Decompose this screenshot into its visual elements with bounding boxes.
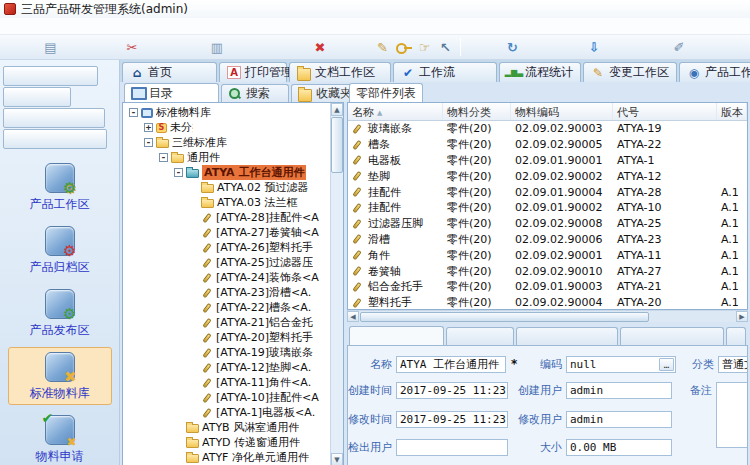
key-icon[interactable] [393,37,414,57]
scroll-right-icon[interactable]: ▶ [736,311,748,322]
main-tab[interactable]: 打印管理 [219,62,287,82]
tree-node[interactable]: [ATYA-23]滑槽<A. [125,285,329,300]
checkout-field[interactable] [396,439,508,456]
tree-node[interactable]: [ATYA-12]垫脚<A. [125,360,329,375]
tree-vertical-scrollbar[interactable]: ▲ ▼ [330,103,343,465]
table-row[interactable]: 角件 零件(20) 02.09.02.90001 ATYA-11 A.1 [348,247,747,263]
sidebar-item[interactable]: 产品归档区 [26,221,94,279]
tree-node[interactable]: ATYA.03 法兰框 [125,195,329,210]
detail-tab[interactable] [620,327,724,345]
main-tab[interactable]: 流程统计 [499,62,581,82]
delete-icon[interactable] [268,37,372,57]
size-field[interactable]: 0.00 MB [566,439,672,456]
sidebar-section-button[interactable] [3,108,105,128]
tree-tab[interactable]: 目录 [124,83,219,102]
table-row[interactable]: 槽条 零件(20) 02.09.02.90005 ATYA-22 A.1 [348,137,416,153]
tree-node[interactable]: [ATYA-19]玻璃嵌条 [125,345,329,360]
paste-icon[interactable] [166,37,268,57]
table-row[interactable]: 铝合金托手 零件(20) 02.09.01.90003 ATYA-21 A.1 [348,279,747,295]
tree-node[interactable]: - 标准物料库 [125,105,220,120]
sidebar-item[interactable]: 标准物料库 [8,347,112,405]
point-icon[interactable] [414,37,435,57]
scroll-up-icon[interactable]: ▲ [331,103,343,116]
editpage-icon[interactable] [628,37,730,57]
expand-toggle-icon[interactable]: - [144,138,153,147]
tree-node[interactable]: ATYB 风淋室通用件 [125,420,329,435]
tree-node[interactable]: [ATYA-28]挂配件<A [125,210,329,225]
detail-tab[interactable] [516,327,618,345]
tree-node[interactable]: - 通用件 [125,150,229,165]
detail-tab[interactable] [446,327,514,345]
sync-icon[interactable] [465,37,560,57]
code-field[interactable]: null … [566,356,676,373]
tree-node[interactable]: ATYD 传递窗通用件 [125,435,329,450]
tree-node[interactable]: [ATYA-21]铝合金托 [125,315,329,330]
sidebar-section-button[interactable] [3,129,107,149]
tree-node[interactable]: [ATYA-26]塑料托手 [125,240,329,255]
table-row[interactable]: 滑槽 零件(20) 02.09.02.90006 ATYA-23 A.1 [348,232,747,248]
tree-node[interactable]: [ATYA-22]槽条<A. [125,300,329,315]
tree-node[interactable]: [ATYA-20]塑料托手 [125,330,329,345]
expand-toggle-icon[interactable]: - [174,168,183,177]
column-header[interactable]: 物料分类 [443,103,511,120]
table-row[interactable]: 垫脚 零件(20) 02.09.02.90002 ATYA-12 A.1 [348,168,452,184]
scroll-left-icon[interactable]: ◀ [347,311,359,322]
expand-toggle-icon[interactable]: - [159,153,168,162]
tree-node[interactable]: - ATYA 工作台通用件 [125,165,329,180]
select-icon[interactable] [435,37,456,57]
main-tab[interactable]: 产品工作区 [679,62,750,82]
tree-node[interactable]: ATYF 净化单元通用件 [125,450,329,465]
tree-node[interactable]: [ATYA-25]过滤器压 [125,255,329,270]
expand-toggle-icon[interactable]: + [144,123,153,132]
parts-list-tab[interactable]: 零部件列表 [349,83,423,102]
tree-node[interactable]: ATYA.02 预过滤器 [125,180,329,195]
sidebar-item[interactable]: 物料申请 [28,410,92,465]
column-header[interactable]: 名称 ▲ [348,103,443,120]
main-tab[interactable]: 文档工作区 [289,62,391,82]
checkin-icon[interactable] [560,37,628,57]
main-tab[interactable]: 首页 [122,62,217,82]
scrollbar-thumb[interactable] [331,117,343,173]
sidebar-section-button[interactable] [3,87,71,107]
copypage-icon[interactable] [730,37,750,57]
scroll-down-icon[interactable]: ▼ [331,453,343,465]
class-field[interactable]: 普通文件 [718,356,748,373]
sidebar-section-button[interactable] [3,66,98,86]
tree-node[interactable]: [ATYA-27]卷簧轴<A [125,225,329,240]
copy-icon[interactable] [3,37,98,57]
remark-field[interactable] [716,382,748,448]
table-row[interactable]: 塑料托手 零件(20) 02.09.02.90004 ATYA-20 A.1 [348,295,747,311]
detail-tab[interactable] [349,326,444,345]
scrollbar-thumb[interactable] [360,312,649,322]
table-horizontal-scrollbar[interactable]: ◀ ▶ [347,310,748,322]
tree-node[interactable]: + 未分类物料 [125,120,193,135]
sidebar-item[interactable]: 产品发布区 [9,284,111,342]
main-tab[interactable]: 变更工作区 [583,62,677,82]
column-header[interactable]: 版本 [717,103,747,120]
main-tab[interactable]: 工作流 [393,62,497,82]
edit-icon[interactable] [372,37,393,57]
tree-tab[interactable]: 搜索 [221,84,289,102]
sidebar-item[interactable]: 产品工作区 [12,158,107,216]
created-field[interactable]: 2017-09-25 11:23:13 [396,382,508,399]
table-row[interactable]: 电器板 零件(20) 02.09.01.90001 ATYA-1 A.1 [348,153,450,169]
column-header[interactable]: 物料编码 [511,103,613,120]
tree-node[interactable]: [ATYA-24]装饰条<A [125,270,329,285]
table-row[interactable]: 卷簧轴 零件(20) 02.09.02.90010 ATYA-27 A.1 [348,263,747,279]
creator-field[interactable]: admin [566,382,672,399]
tree-node[interactable]: - 三维标准库 [125,135,227,150]
table-row[interactable]: 过滤器压脚 零件(20) 02.09.02.90008 ATYA-25 A.1 [348,216,747,232]
table-row[interactable]: 挂配件 零件(20) 02.09.01.90002 ATYA-10 A.1 [348,200,747,216]
modified-field[interactable]: 2017-09-25 11:23:13 [396,411,508,428]
tree-node[interactable]: [ATYA-11]角件<A. [125,375,329,390]
cut-icon[interactable] [98,37,166,57]
expand-toggle-icon[interactable]: - [129,108,138,117]
tree-node[interactable]: [ATYA-10]挂配件<A [125,390,329,405]
browse-button[interactable]: … [659,358,674,371]
column-header[interactable]: 代号 [613,103,717,120]
tree-node[interactable]: [ATYA-1]电器板<A. [125,405,329,420]
name-field[interactable]: ATYA 工作台通用件 [396,356,506,373]
table-row[interactable]: 玻璃嵌条 零件(20) 02.09.02.90003 ATYA-19 A.1 [348,121,443,137]
detail-tab[interactable] [726,327,746,345]
modifier-field[interactable]: admin [566,411,672,428]
